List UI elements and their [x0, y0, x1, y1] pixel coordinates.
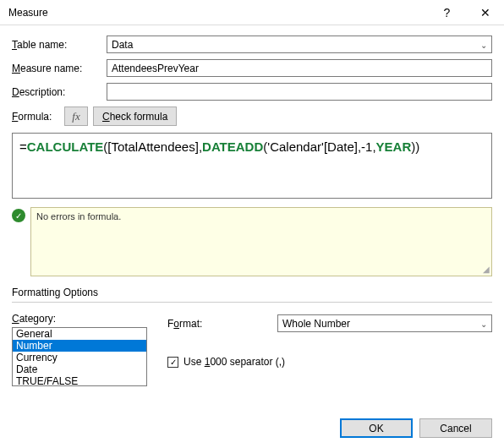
use-separator-label: Use 1000 separator (,) [184, 356, 285, 368]
ok-button[interactable]: OK [340, 418, 413, 438]
list-item[interactable]: Currency [13, 352, 146, 363]
formula-editor[interactable]: =CALCULATE([TotalAttendees],DATEADD('Cal… [12, 133, 492, 199]
description-input[interactable] [107, 83, 492, 101]
checkmark-icon: ✓ [12, 209, 25, 222]
use-separator-checkbox[interactable]: ✓ [167, 357, 178, 368]
check-formula-button[interactable]: Check formula [93, 107, 177, 126]
cancel-button[interactable]: Cancel [419, 418, 492, 438]
category-label: Category: [12, 313, 147, 325]
fx-button[interactable]: fx [64, 107, 88, 126]
close-button[interactable]: ✕ [466, 0, 504, 25]
measure-name-input[interactable] [107, 59, 492, 77]
status-message-box: No errors in formula. ◢ [30, 207, 492, 276]
table-name-label: Table name: [12, 39, 107, 51]
list-item[interactable]: Number [13, 340, 146, 352]
table-name-select[interactable]: Data ⌄ [107, 36, 492, 53]
format-select[interactable]: Whole Number ⌄ [277, 314, 492, 332]
list-item[interactable]: TRUE/FALSE [13, 375, 146, 386]
description-label: Description: [12, 86, 107, 98]
category-listbox[interactable]: General Number Currency Date TRUE/FALSE [12, 327, 147, 386]
dialog-title: Measure [8, 7, 428, 19]
list-item[interactable]: Date [13, 363, 146, 375]
resize-grip-icon[interactable]: ◢ [483, 265, 490, 274]
list-item[interactable]: General [13, 328, 146, 340]
formatting-options-label: Formatting Options [12, 287, 492, 298]
formula-label: Formula: [12, 111, 59, 123]
measure-name-label: Measure name: [12, 63, 107, 74]
help-button[interactable]: ? [428, 0, 466, 25]
format-label: Format: [167, 318, 277, 330]
